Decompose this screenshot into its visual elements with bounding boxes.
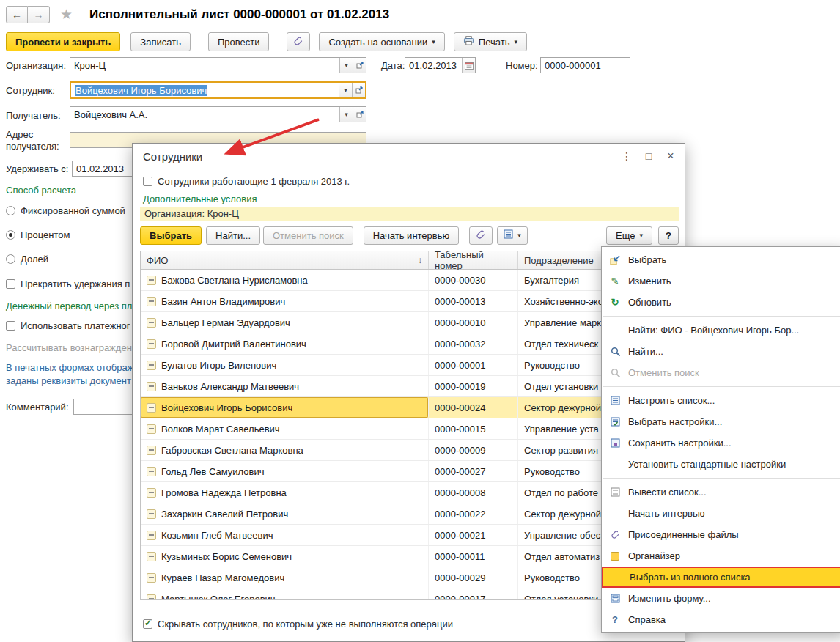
working-employees-checkbox[interactable] — [143, 177, 152, 186]
calendar-icon[interactable] — [462, 58, 475, 73]
employee-item-icon — [147, 382, 156, 391]
open-icon[interactable] — [352, 83, 365, 97]
chevron-down-icon[interactable]: ▾ — [339, 58, 353, 73]
pick-icon — [609, 254, 621, 266]
calc-method-label: Способ расчета — [6, 185, 76, 196]
dialog-close-icon[interactable]: × — [663, 148, 679, 164]
attachments-button[interactable] — [287, 32, 310, 51]
use-payment-label: Использовать платежног — [21, 320, 130, 331]
dialog-menu-icon[interactable]: ⋮ — [619, 148, 635, 164]
menu-item[interactable]: Выбрать из полного списка — [602, 567, 840, 588]
menu-item[interactable]: ✎ Изменить — [602, 270, 840, 292]
hide-employees-checkbox[interactable] — [143, 619, 152, 629]
menu-item[interactable]: Отменить поиск — [602, 362, 840, 383]
menu-item[interactable]: Сохранить настройки... — [602, 432, 840, 454]
organization-field[interactable]: Крон-Ц ▾ — [70, 57, 366, 73]
number-field[interactable]: 0000-000001 — [540, 57, 630, 73]
print-label: Печать — [479, 37, 510, 48]
comment-label: Комментарий: — [6, 402, 69, 413]
create-based-on-button[interactable]: Создать на основании▾ — [319, 32, 444, 51]
employee-row[interactable]: Кураев Назар Магомедович 0000-00029 Руко… — [141, 567, 678, 588]
menu-item-label: Изменить — [628, 276, 671, 287]
chevron-down-icon[interactable]: ▾ — [339, 107, 353, 122]
employee-row[interactable]: Бальцер Герман Эдуардович 0000-00010 Упр… — [141, 312, 678, 333]
employee-row[interactable]: Бажова Светлана Нурисламовна 0000-00030 … — [141, 270, 678, 291]
radio-fixed-sum[interactable] — [6, 206, 15, 215]
printed-forms-link-line1[interactable]: В печатных формах отображ — [6, 362, 133, 373]
use-payment-checkbox[interactable] — [6, 321, 15, 331]
menu-item[interactable]: Присоединенные файлы — [602, 524, 840, 545]
dialog-toolbar: Выбрать Найти... Отменить поиск Начать и… — [140, 226, 679, 245]
stop-withholding-checkbox[interactable] — [6, 279, 15, 289]
menu-item[interactable]: ? Справка — [602, 609, 840, 630]
menu-item[interactable]: Настроить список... — [602, 390, 840, 411]
chevron-down-icon[interactable]: ▾ — [339, 83, 352, 97]
back-button[interactable]: ← — [6, 6, 28, 23]
employee-row[interactable]: Войцехович Игорь Борисович 0000-00024 Се… — [141, 397, 678, 418]
menu-item[interactable]: Выбрать настройки... — [602, 411, 840, 432]
employee-row[interactable]: Кузьминых Борис Семенович 0000-00011 Отд… — [141, 546, 678, 567]
printed-forms-link-line2[interactable]: заданы реквизиты документ — [6, 375, 131, 386]
employee-row[interactable]: Козьмин Глеб Матвеевич 0000-00021 Управл… — [141, 525, 678, 546]
cancel-search-button[interactable]: Отменить поиск — [263, 226, 353, 245]
employee-row[interactable]: Булатов Игорь Виленович 0000-00001 Руков… — [141, 355, 678, 376]
radio-fixed-sum-label: Фиксированной суммой — [21, 205, 125, 216]
dialog-attachments-button[interactable] — [469, 226, 493, 245]
employee-row[interactable]: Гольд Лев Самуилович 0000-00027 Руководс… — [141, 461, 678, 482]
main-toolbar: Провести и закрыть Записать Провести Соз… — [6, 32, 527, 51]
employee-row[interactable]: Габровская Светлана Марковна 0000-00009 … — [141, 440, 678, 461]
radio-share[interactable] — [6, 254, 15, 264]
print-button[interactable]: Печать▾ — [454, 32, 527, 51]
menu-item[interactable]: Изменить форму... — [602, 588, 840, 609]
employee-row[interactable]: Громова Надежда Петровна 0000-00008 Отде… — [141, 482, 678, 503]
employee-label: Сотрудник: — [6, 85, 55, 96]
recipient-field[interactable]: Войцехович А.А. ▾ — [70, 106, 366, 122]
employee-name: Войцехович Игорь Борисович — [161, 402, 292, 413]
employee-row[interactable]: Захаркин Савелий Петрович 0000-00022 Сек… — [141, 503, 678, 525]
menu-item-icon — [609, 508, 621, 520]
employee-item-icon — [147, 573, 156, 583]
menu-item[interactable]: Найти... — [602, 341, 840, 362]
start-interview-button[interactable]: Начать интервью — [364, 226, 460, 245]
employee-name: Габровская Светлана Марковна — [161, 445, 303, 456]
employee-row[interactable]: Ваньков Александр Матвеевич 0000-00019 О… — [141, 376, 678, 397]
post-button[interactable]: Провести — [208, 32, 270, 51]
menu-item[interactable]: Начать интервью — [602, 503, 840, 524]
employee-number: 0000-00015 — [429, 418, 518, 439]
more-button[interactable]: Еще▾ — [606, 226, 652, 245]
employee-field[interactable]: Войцехович Игорь Борисович ▾ — [70, 81, 366, 99]
forward-button[interactable]: → — [28, 6, 50, 23]
open-icon[interactable] — [353, 58, 366, 73]
menu-item[interactable]: Выбрать — [602, 249, 840, 270]
additional-conditions-link[interactable]: Дополнительные условия — [143, 193, 257, 204]
post-and-close-button[interactable]: Провести и закрыть — [6, 32, 120, 51]
list-settings-button[interactable]: ▾ — [497, 226, 528, 245]
column-header-number[interactable]: Табельный номер — [429, 251, 518, 269]
employee-row[interactable]: Базин Антон Владимирович 0000-00013 Хозя… — [141, 291, 678, 312]
menu-item-label: Выбрать из полного списка — [630, 572, 751, 583]
save-settings-icon — [609, 438, 621, 449]
menu-item[interactable]: Органайзер — [602, 545, 840, 567]
help-button[interactable]: ? — [658, 226, 679, 245]
favorite-star-icon[interactable]: ★ — [60, 6, 73, 23]
chevron-down-icon: ▾ — [640, 232, 644, 239]
open-icon[interactable] — [353, 107, 366, 122]
menu-item[interactable]: Найти: ФИО - Войцехович Игорь Бор... — [602, 320, 840, 341]
employee-row[interactable]: Боровой Дмитрий Валентинович 0000-00032 … — [141, 333, 678, 355]
find-button[interactable]: Найти... — [206, 226, 260, 245]
sort-desc-icon: ↓ — [418, 255, 422, 265]
radio-percent[interactable] — [6, 230, 15, 240]
employee-row[interactable]: Мартынюк Олег Егорович 0000-00017 Отдел … — [141, 588, 678, 599]
menu-item[interactable]: Установить стандартные настройки — [602, 454, 840, 475]
chevron-down-icon: ▾ — [517, 232, 521, 239]
employee-row[interactable]: Волков Марат Савельевич 0000-00015 Управ… — [141, 418, 678, 440]
select-button[interactable]: Выбрать — [140, 226, 202, 245]
dialog-maximize-icon[interactable]: □ — [641, 148, 657, 164]
column-header-name[interactable]: ФИО↓ — [141, 251, 429, 269]
date-field[interactable]: 01.02.2013 — [405, 57, 476, 73]
employee-number: 0000-00029 — [429, 567, 518, 588]
printer-icon — [463, 36, 474, 48]
menu-item[interactable]: ↻ Обновить — [602, 292, 840, 313]
menu-item[interactable]: Вывести список... — [602, 482, 840, 503]
save-button[interactable]: Записать — [130, 32, 191, 51]
